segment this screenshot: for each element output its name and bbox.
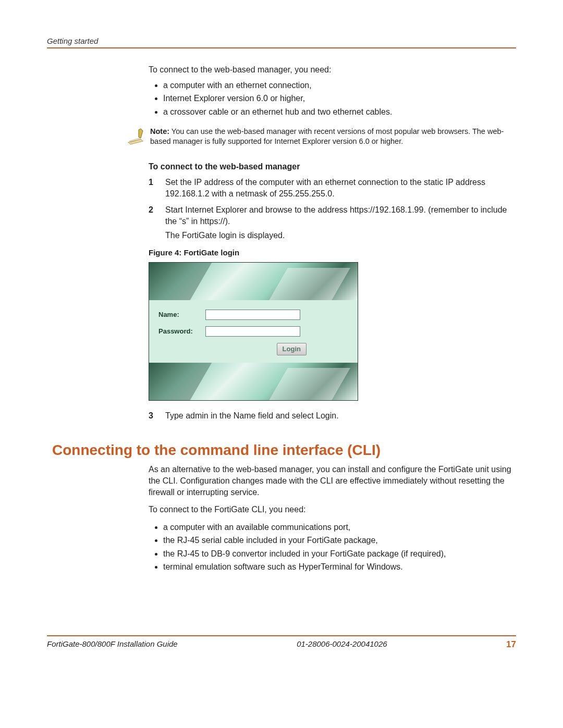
cli-bullet: the RJ-45 serial cable included in your … [163, 535, 516, 546]
step-continuation: The FortiGate login is displayed. [165, 230, 516, 241]
cli-para: As an alternative to the web-based manag… [149, 464, 516, 498]
cli-bullets: a computer with an available communicati… [149, 522, 516, 573]
step-row: 1 Set the IP address of the computer wit… [149, 177, 516, 199]
step-number: 1 [149, 177, 165, 199]
cli-bullet: a computer with an available communicati… [163, 522, 516, 533]
procedure-heading: To connect to the web-based manager [149, 161, 516, 172]
step-number: 3 [149, 410, 165, 422]
intro-bullet: a crossover cable or an ethernet hub and… [163, 106, 516, 118]
login-password-input[interactable] [205, 326, 300, 337]
footer: FortiGate-800/800F Installation Guide 01… [47, 635, 516, 650]
cli-need-line: To connect to the FortiGate CLI, you nee… [149, 504, 516, 515]
note-body: You can use the web-based manager with r… [150, 127, 504, 145]
footer-center: 01-28006-0024-20041026 [297, 639, 387, 650]
login-figure: Name: Password: Login [149, 262, 358, 401]
step-body: Start Internet Explorer and browse to th… [165, 204, 516, 241]
login-form: Name: Password: Login [149, 300, 358, 363]
intro-bullet: Internet Explorer version 6.0 or higher, [163, 93, 516, 104]
login-button[interactable]: Login [277, 343, 307, 355]
login-name-input[interactable] [205, 310, 300, 320]
intro-line: To connect to the web-based manager, you… [149, 64, 516, 76]
note-label: Note: [150, 127, 169, 135]
step-row: 2 Start Internet Explorer and browse to … [149, 204, 516, 241]
cli-bullet: terminal emulation software such as Hype… [163, 561, 516, 573]
login-banner-top [149, 263, 358, 300]
note-text: Note: You can use the web-based manager … [150, 127, 516, 150]
login-name-label: Name: [158, 310, 205, 319]
note-icon [125, 127, 146, 150]
login-banner-bottom [149, 363, 358, 400]
step-body: Set the IP address of the computer with … [165, 177, 516, 199]
step-number: 2 [149, 204, 165, 241]
step-row: 3 Type admin in the Name field and selec… [149, 410, 516, 422]
intro-bullet: a computer with an ethernet connection, [163, 80, 516, 91]
header-rule [47, 47, 516, 48]
step-body: Type admin in the Name field and select … [165, 410, 516, 422]
note-block: Note: You can use the web-based manager … [125, 127, 516, 150]
step-text: Start Internet Explorer and browse to th… [165, 205, 507, 226]
header-section: Getting started [47, 36, 516, 45]
login-password-label: Password: [158, 327, 205, 336]
page-number: 17 [506, 639, 516, 650]
section-title-cli: Connecting to the command line interface… [52, 442, 516, 459]
figure-caption: Figure 4: FortiGate login [149, 248, 516, 258]
footer-left: FortiGate-800/800F Installation Guide [47, 639, 178, 650]
cli-bullet: the RJ-45 to DB-9 convertor included in … [163, 548, 516, 560]
intro-bullets: a computer with an ethernet connection, … [149, 80, 516, 118]
